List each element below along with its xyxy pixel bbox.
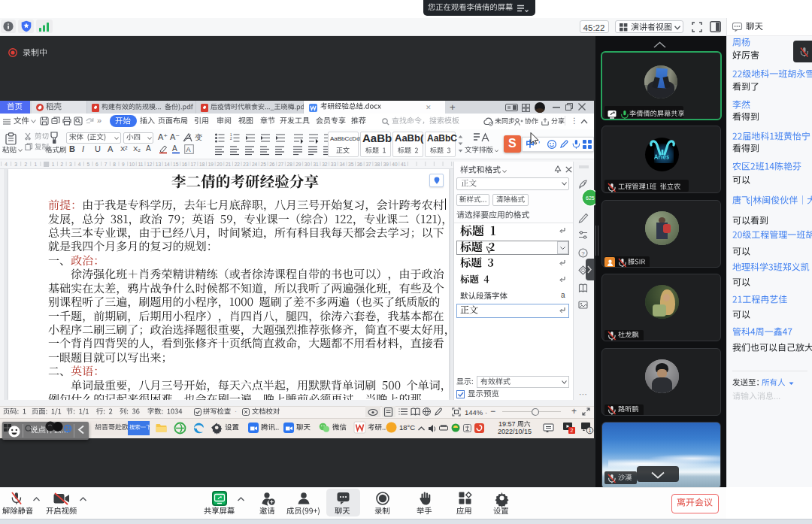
- svg-text:4: 4: [5, 162, 8, 167]
- svg-text:6: 6: [95, 162, 98, 167]
- svg-text:39: 39: [383, 162, 389, 167]
- svg-text:2: 2: [24, 162, 27, 167]
- svg-text:37: 37: [365, 162, 371, 167]
- svg-text:625: 625: [586, 195, 595, 201]
- svg-text:5: 5: [86, 162, 89, 167]
- svg-text:27: 27: [278, 162, 284, 167]
- svg-text:1: 1: [34, 162, 37, 167]
- svg-text:29: 29: [295, 162, 301, 167]
- svg-text:32: 32: [322, 162, 328, 167]
- svg-text:23: 23: [243, 162, 249, 167]
- svg-text:3: 3: [69, 162, 72, 167]
- svg-text:40: 40: [392, 162, 398, 167]
- svg-text:2: 2: [571, 428, 574, 433]
- svg-text:33: 33: [331, 162, 337, 167]
- svg-text:16: 16: [182, 162, 188, 167]
- svg-text:10: 10: [129, 162, 135, 167]
- svg-text:18: 18: [199, 162, 205, 167]
- svg-text:': ': [538, 140, 540, 149]
- svg-text:12: 12: [147, 162, 153, 167]
- svg-text:A: A: [172, 144, 177, 153]
- svg-text:26: 26: [269, 162, 275, 167]
- svg-text:4: 4: [78, 162, 81, 167]
- svg-text:36: 36: [357, 162, 363, 167]
- svg-text:A: A: [186, 146, 191, 153]
- svg-text:11: 11: [138, 162, 144, 167]
- svg-text:38: 38: [374, 162, 380, 167]
- svg-text:1: 1: [52, 162, 55, 167]
- svg-text:34: 34: [339, 162, 345, 167]
- svg-text:9: 9: [122, 162, 125, 167]
- svg-text:3: 3: [14, 162, 17, 167]
- svg-text:17: 17: [190, 162, 196, 167]
- svg-text:41: 41: [401, 162, 407, 167]
- svg-text:20: 20: [217, 162, 223, 167]
- svg-text:2: 2: [60, 162, 63, 167]
- svg-text:14: 14: [164, 162, 170, 167]
- svg-text:1: 1: [589, 428, 592, 433]
- svg-text:30: 30: [304, 162, 311, 167]
- svg-text:15: 15: [173, 162, 179, 167]
- svg-text:28: 28: [287, 162, 293, 167]
- svg-text:21: 21: [226, 162, 232, 167]
- svg-text:8: 8: [113, 162, 116, 167]
- svg-text:7: 7: [105, 162, 108, 167]
- svg-text:35: 35: [348, 162, 354, 167]
- svg-text:24: 24: [252, 162, 258, 167]
- svg-text:?: ?: [581, 250, 585, 257]
- svg-text:31: 31: [313, 162, 319, 167]
- svg-text:25: 25: [261, 162, 267, 167]
- svg-text:22: 22: [235, 162, 241, 167]
- svg-text:19: 19: [208, 162, 214, 167]
- svg-text:2: 2: [230, 137, 232, 141]
- svg-text:13: 13: [156, 162, 162, 167]
